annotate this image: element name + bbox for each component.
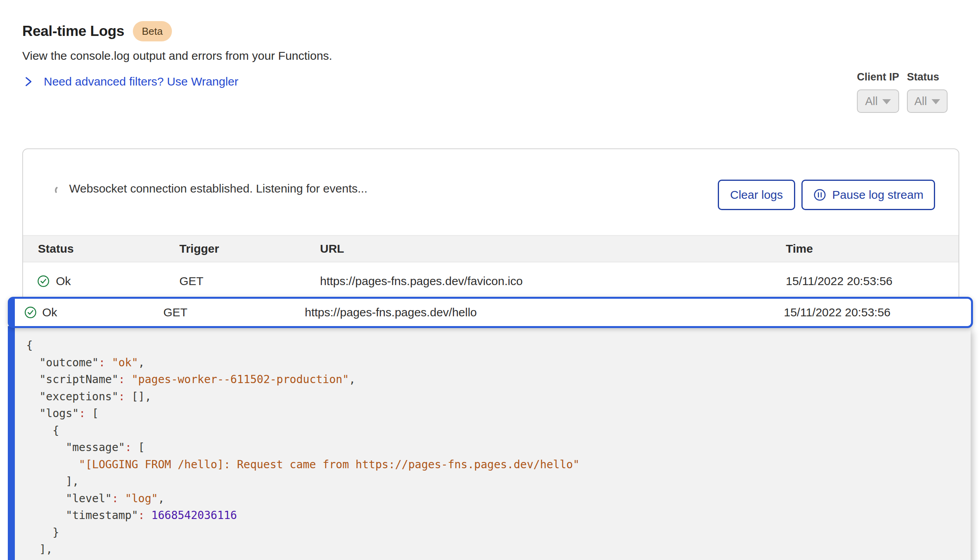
client-ip-label: Client IP	[857, 71, 899, 83]
caret-down-icon	[932, 99, 940, 104]
row-time: 15/11/2022 20:53:56	[784, 299, 891, 326]
realtime-logs-page: Real-time Logs Beta View the console.log…	[0, 0, 980, 560]
row-trigger: GET	[179, 263, 204, 299]
status-value: All	[914, 95, 927, 108]
spinner-icon	[54, 185, 64, 195]
column-trigger: Trigger	[179, 236, 219, 262]
column-status: Status	[38, 236, 74, 262]
row-time: 15/11/2022 20:53:56	[786, 263, 892, 299]
row-status: Ok	[42, 299, 57, 326]
row-status: Ok	[56, 263, 71, 299]
filters: Client IP All Status All	[857, 71, 948, 113]
client-ip-value: All	[865, 95, 878, 108]
page-subtitle: View the console.log output and errors f…	[22, 49, 332, 62]
clear-logs-button[interactable]: Clear logs	[718, 180, 795, 210]
status-dropdown[interactable]: All	[907, 89, 948, 113]
wrangler-link[interactable]: Need advanced filters? Use Wrangler	[23, 75, 238, 88]
row-url: https://pages-fns.pages.dev/favicon.ico	[320, 263, 523, 299]
row-url: https://pages-fns.pages.dev/hello	[305, 299, 477, 326]
status-ok-icon	[24, 306, 37, 319]
column-time: Time	[786, 236, 813, 262]
caret-down-icon	[882, 99, 891, 104]
expanded-log-row[interactable]: Ok GET https://pages-fns.pages.dev/hello…	[8, 297, 973, 328]
client-ip-dropdown[interactable]: All	[857, 89, 899, 113]
log-detail-panel: { "outcome": "ok", "scriptName": "pages-…	[8, 326, 971, 560]
pause-log-stream-label: Pause log stream	[832, 188, 923, 202]
column-url: URL	[320, 236, 344, 262]
pause-log-stream-button[interactable]: Pause log stream	[801, 180, 935, 210]
log-row[interactable]: Ok GET https://pages-fns.pages.dev/favic…	[23, 263, 959, 299]
log-json: { "outcome": "ok", "scriptName": "pages-…	[15, 326, 971, 558]
pause-icon	[813, 188, 826, 202]
websocket-status: Websocket connection established. Listen…	[69, 182, 367, 195]
chevron-right-icon	[23, 76, 34, 87]
page-title: Real-time Logs	[22, 23, 124, 39]
page-header: Real-time Logs Beta	[22, 21, 172, 41]
row-trigger: GET	[163, 299, 188, 326]
log-table-header: Status Trigger URL Time	[23, 235, 959, 262]
wrangler-link-label: Need advanced filters? Use Wrangler	[44, 75, 238, 88]
status-label: Status	[907, 71, 948, 83]
clear-logs-label: Clear logs	[730, 188, 783, 202]
beta-badge: Beta	[133, 21, 172, 41]
status-ok-icon	[37, 275, 50, 287]
